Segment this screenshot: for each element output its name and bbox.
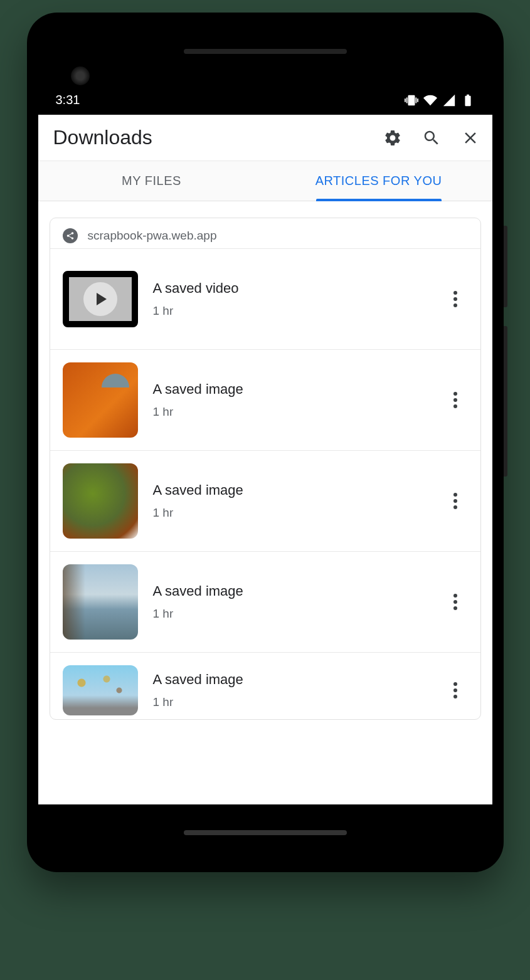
item-time: 1 hr [153, 304, 428, 318]
status-icons [405, 93, 475, 107]
content-card: scrapbook-pwa.web.app A saved video 1 hr [50, 218, 481, 720]
item-time: 1 hr [153, 506, 428, 520]
tabs: MY FILES ARTICLES FOR YOU [38, 161, 492, 201]
vibrate-icon [405, 93, 418, 107]
tab-my-files[interactable]: MY FILES [38, 161, 265, 201]
volume-button [504, 326, 507, 477]
more-button[interactable] [443, 682, 468, 698]
item-time: 1 hr [153, 607, 428, 621]
item-title: A saved image [153, 672, 428, 688]
settings-icon[interactable] [383, 129, 402, 147]
app-header: Downloads [38, 115, 492, 161]
wifi-icon [423, 93, 437, 107]
phone-camera [71, 66, 90, 85]
more-icon [453, 291, 457, 307]
thumbnail-image [63, 564, 138, 640]
phone-speaker [184, 49, 347, 54]
source-label: scrapbook-pwa.web.app [88, 229, 217, 243]
thumbnail-image [63, 362, 138, 438]
item-time: 1 hr [153, 405, 428, 419]
thumbnail-image [63, 665, 138, 715]
item-time: 1 hr [153, 695, 428, 709]
thumbnail-video [63, 261, 138, 337]
phone-chin [38, 804, 492, 861]
more-button[interactable] [443, 493, 468, 509]
more-button[interactable] [443, 392, 468, 408]
more-icon [453, 594, 457, 610]
phone-speaker-bottom [184, 830, 347, 835]
signal-icon [442, 93, 456, 107]
item-title: A saved image [153, 482, 428, 498]
status-bar: 3:31 [38, 24, 492, 115]
more-icon [453, 392, 457, 408]
more-icon [453, 682, 457, 698]
status-time: 3:31 [56, 93, 80, 107]
phone-frame: 3:31 Downloads MY FILES ARTICLES FOR YOU [27, 13, 504, 872]
page-title: Downloads [53, 126, 152, 149]
list-item[interactable]: A saved image 1 hr [50, 450, 480, 551]
list-item[interactable]: A saved video 1 hr [50, 248, 480, 349]
more-icon [453, 493, 457, 509]
card-header: scrapbook-pwa.web.app [50, 218, 480, 248]
list-item[interactable]: A saved image 1 hr [50, 551, 480, 652]
search-icon[interactable] [422, 129, 441, 147]
item-title: A saved image [153, 381, 428, 398]
app-screen: Downloads MY FILES ARTICLES FOR YOU [38, 115, 492, 804]
share-icon [63, 228, 78, 243]
more-button[interactable] [443, 291, 468, 307]
more-button[interactable] [443, 594, 468, 610]
tab-articles-for-you[interactable]: ARTICLES FOR YOU [265, 161, 492, 201]
item-title: A saved video [153, 280, 428, 297]
list-item[interactable]: A saved image 1 hr [50, 652, 480, 719]
power-button [504, 226, 507, 307]
play-icon [83, 282, 117, 316]
close-icon[interactable] [461, 129, 480, 147]
battery-icon [461, 93, 475, 107]
list-item[interactable]: A saved image 1 hr [50, 349, 480, 450]
thumbnail-image [63, 463, 138, 539]
item-title: A saved image [153, 583, 428, 599]
